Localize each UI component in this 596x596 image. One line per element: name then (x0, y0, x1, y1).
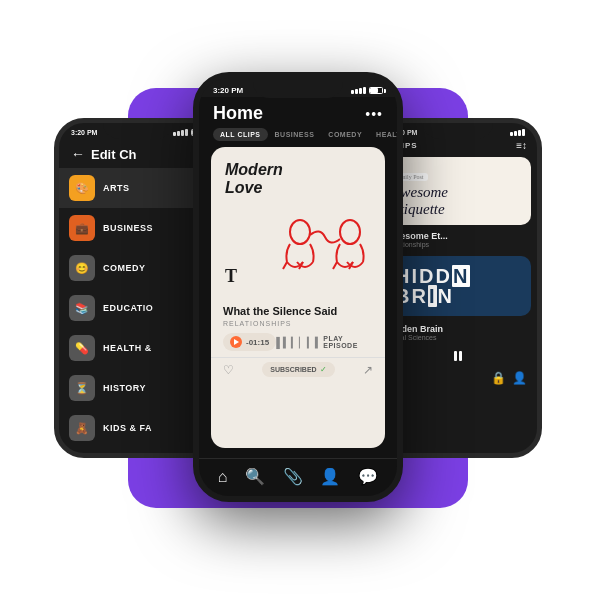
time-display: -01:15 (246, 338, 269, 347)
podcast-controls: -01:15 ▌▍▎▏▎▍ PLAY EPISODE (211, 327, 385, 357)
lock-icon: 🔒 (491, 371, 506, 385)
time-pill[interactable]: -01:15 (223, 333, 276, 351)
signal-2 (177, 131, 180, 136)
health-icon: 💊 (69, 335, 95, 361)
subscribed-button[interactable]: SUBSCRIBED ✓ (262, 362, 334, 377)
nav-home-icon[interactable]: ⌂ (218, 468, 228, 486)
channel-label: BUSINESS (103, 223, 153, 233)
business-icon: 💼 (69, 215, 95, 241)
channel-label: COMEDY (103, 263, 146, 273)
scene: 3:20 PM ← Edit Ch 🎨 (0, 0, 596, 596)
pause-button[interactable] (454, 351, 462, 361)
channel-label: EDUCATIO (103, 303, 153, 313)
edit-channels-title: Edit Ch (91, 147, 137, 162)
back-arrow-icon[interactable]: ← (71, 146, 85, 162)
signal-3 (518, 130, 521, 136)
play-button[interactable] (230, 336, 242, 348)
center-phone: 3:20 PM Home ••• ALL CLIPS BUSIN (193, 72, 403, 502)
nav-search-icon[interactable]: 🔍 (245, 467, 265, 486)
waveform-icon: ▌▍▎▏▎▍ (276, 337, 323, 348)
signal-1 (351, 90, 354, 94)
svg-line-2 (283, 262, 287, 269)
hb-title: HIDDNBRIN (395, 266, 521, 306)
podcast-episode-title: What the Silence Said (223, 305, 373, 318)
podcast-category: RELATIONSHIPS (223, 320, 373, 327)
signal-3 (181, 130, 184, 136)
bottom-nav: ⌂ 🔍 📎 👤 💬 (199, 458, 397, 496)
channel-label: HISTORY (103, 383, 146, 393)
center-phone-notch (253, 78, 343, 98)
podcast-card: ModernLove T (211, 147, 385, 448)
signal-4 (522, 129, 525, 136)
signal-2 (355, 89, 358, 94)
play-triangle-icon (234, 339, 239, 345)
profile-icon-right: 👤 (512, 371, 527, 385)
left-phone-notch (103, 123, 173, 139)
podcast-show-title: ModernLove (225, 161, 283, 198)
center-status-icons (351, 87, 383, 94)
right-status-icons (510, 129, 525, 136)
svg-line-4 (333, 262, 337, 269)
tab-business[interactable]: BUSINESS (268, 128, 322, 141)
tab-comedy[interactable]: COMEDY (321, 128, 369, 141)
battery-icon (369, 87, 383, 94)
heart-icon[interactable]: ♡ (223, 363, 234, 377)
share-icon[interactable]: ↗ (363, 363, 373, 377)
svg-point-0 (290, 220, 310, 244)
signal-4 (363, 87, 366, 94)
nav-profile-icon[interactable]: 👤 (320, 467, 340, 486)
podcast-info: What the Silence Said RELATIONSHIPS (211, 297, 385, 327)
center-content: Home ••• ALL CLIPS BUSINESS COMEDY HEALT… (199, 97, 397, 458)
kids-icon: 🧸 (69, 415, 95, 441)
nav-messages-icon[interactable]: 💬 (358, 467, 378, 486)
pause-bar-1 (454, 351, 457, 361)
channel-label: ARTS (103, 183, 130, 193)
hidden-brain-card[interactable]: HIDDNBRIN (385, 256, 531, 316)
ae-subtitle: Awesome Et... (387, 231, 529, 241)
ae-title: awesomeetiquette (393, 184, 523, 217)
ae-category: Relationships (387, 241, 529, 248)
filter-tabs: ALL CLIPS BUSINESS COMEDY HEALTH & FI (199, 128, 397, 147)
arts-icon: 🎨 (69, 175, 95, 201)
nyt-logo: T (225, 266, 237, 287)
subscribed-label: SUBSCRIBED (270, 366, 316, 373)
filter-icon[interactable]: ≡↕ (516, 140, 527, 151)
check-icon: ✓ (320, 365, 327, 374)
more-menu-icon[interactable]: ••• (365, 106, 383, 122)
education-icon: 📚 (69, 295, 95, 321)
tab-all-clips[interactable]: ALL CLIPS (213, 128, 268, 141)
play-episode-button[interactable]: PLAY EPISODE (323, 335, 373, 349)
hb-label: Hidden Brain (387, 324, 529, 334)
svg-point-1 (340, 220, 360, 244)
signal-4 (185, 129, 188, 136)
comedy-icon: 😊 (69, 255, 95, 281)
signal-2 (514, 131, 517, 136)
squiggle-illustration (265, 197, 385, 287)
hb-sublabel: Social Sciences (387, 334, 529, 341)
channel-label: KIDS & FA (103, 423, 152, 433)
home-header: Home ••• (199, 97, 397, 128)
history-icon: ⏳ (69, 375, 95, 401)
podcast-cover-art: ModernLove T (211, 147, 385, 297)
right-phone-notch (423, 123, 493, 139)
pause-bar-2 (459, 351, 462, 361)
left-time: 3:20 PM (71, 129, 97, 136)
center-time: 3:20 PM (213, 86, 243, 95)
home-title: Home (213, 103, 263, 124)
nav-clips-icon[interactable]: 📎 (283, 467, 303, 486)
signal-1 (510, 132, 513, 136)
channel-label: HEALTH & (103, 343, 152, 353)
podcast-actions: ♡ SUBSCRIBED ✓ ↗ (211, 357, 385, 385)
battery-fill (370, 88, 378, 93)
signal-3 (359, 88, 362, 94)
signal-1 (173, 132, 176, 136)
awesome-etiquette-card[interactable]: Emily Post awesomeetiquette (385, 157, 531, 225)
tab-health[interactable]: HEALTH & FI (369, 128, 397, 141)
